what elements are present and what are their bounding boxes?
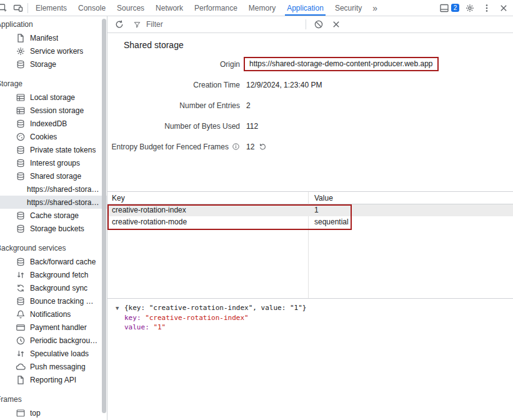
clear-x-icon (331, 19, 341, 29)
table-icon (16, 92, 26, 102)
column-header-value: Value (308, 192, 513, 204)
section-header-frames: Frames (0, 393, 107, 406)
meta-row-entropy-budget: Entropy Budget for Fenced Frames 12 (107, 136, 513, 157)
sidebar-item-shared-storage-origin-2[interactable]: https://shared-storage... (0, 196, 107, 209)
sidebar-item-label: Cache storage (30, 211, 79, 220)
sidebar-item-label: Reporting API (30, 376, 76, 384)
meta-label: Origin (107, 60, 240, 69)
sidebar-item-interest-groups[interactable]: Interest groups (0, 156, 107, 169)
value-cell: sequential (308, 216, 513, 228)
sidebar-item-bounce-tracking[interactable]: Bounce tracking miti... (0, 294, 107, 308)
meta-label: Number of Bytes Used (107, 122, 240, 131)
database-icon (16, 296, 26, 306)
sidebar-item-cache-storage[interactable]: Cache storage (0, 209, 107, 222)
sidebar-item-storage-buckets[interactable]: Storage buckets (0, 222, 107, 235)
table-row-creative-rotation-mode[interactable]: creative-rotation-mode sequential (107, 216, 513, 228)
service-worker-gear-icon (16, 46, 26, 56)
sidebar-item-label: top (30, 409, 41, 418)
tab-sources[interactable]: Sources (111, 0, 150, 16)
section-header-application: Application (0, 18, 107, 31)
meta-value: 2 (246, 101, 251, 110)
sidebar-item-speculative-loads[interactable]: Speculative loads (0, 347, 107, 360)
devtools-tabbar: Elements Console Sources Network Perform… (0, 0, 513, 16)
database-icon (16, 211, 26, 221)
tab-network[interactable]: Network (150, 0, 189, 16)
tab-security[interactable]: Security (329, 0, 367, 16)
table-header-row: Key Value (107, 192, 513, 204)
sidebar-item-label: Storage buckets (30, 224, 84, 233)
sidebar-item-background-fetch[interactable]: Background fetch (0, 268, 107, 281)
sidebar-item-back-forward-cache[interactable]: Back/forward cache (0, 255, 107, 268)
up-down-arrows-icon (16, 270, 26, 280)
close-icon (499, 3, 509, 13)
sidebar-item-label: Back/forward cache (30, 258, 96, 266)
delete-all-button[interactable] (312, 18, 326, 31)
shared-storage-table: Key Value creative-rotation-index 1 crea… (107, 191, 513, 298)
tab-memory[interactable]: Memory (243, 0, 281, 16)
sidebar-item-storage[interactable]: Storage (0, 58, 107, 71)
meta-row-bytes-used: Number of Bytes Used 112 (107, 116, 513, 136)
devtools-window: Elements Console Sources Network Perform… (0, 0, 513, 420)
sidebar-item-label: Speculative loads (30, 349, 89, 358)
info-icon[interactable] (232, 142, 240, 151)
tab-performance[interactable]: Performance (189, 0, 243, 16)
sidebar-item-session-storage[interactable]: Session storage (0, 104, 107, 117)
object-summary-text: {key: "creative-rotation-index", value: … (124, 304, 306, 312)
bell-icon (16, 309, 26, 319)
key-cell: creative-rotation-index (107, 204, 308, 216)
annotation-rect-origin: https://shared-storage-demo-content-prod… (244, 57, 439, 71)
sidebar-item-manifest[interactable]: Manifest (0, 31, 107, 44)
sidebar-item-label: Manifest (30, 34, 58, 42)
database-icon (16, 257, 26, 267)
sidebar-item-label: Payment handler (30, 323, 87, 332)
database-icon (16, 224, 26, 234)
issues-counter-button[interactable]: 2 (438, 3, 461, 13)
shared-storage-view: Shared storage Origin https://shared-sto… (107, 33, 513, 420)
sidebar-item-label: Background fetch (30, 271, 88, 279)
sidebar-item-periodic-background-sync[interactable]: Periodic backgroun... (0, 334, 107, 347)
tabbar-actions: 2 (438, 0, 513, 16)
sidebar-section-application: Application Manifest Service workers Sto… (0, 18, 107, 71)
inspect-element-button[interactable] (0, 0, 11, 16)
sidebar-item-background-sync[interactable]: Background sync (0, 281, 107, 294)
database-icon (16, 119, 26, 129)
preview-object-summary[interactable]: ▼{key: "creative-rotation-index", value:… (116, 303, 513, 313)
sidebar-item-shared-storage[interactable]: Shared storage (0, 169, 107, 182)
meta-value: 112 (246, 122, 258, 131)
tab-elements[interactable]: Elements (30, 0, 72, 16)
delete-selected-button[interactable] (329, 18, 343, 31)
filter-input[interactable] (145, 19, 300, 29)
meta-label: Entropy Budget for Fenced Frames (107, 142, 240, 151)
reset-budget-undo-icon[interactable] (259, 142, 267, 151)
sidebar-item-indexeddb[interactable]: IndexedDB (0, 117, 107, 130)
settings-button[interactable] (462, 3, 477, 13)
sidebar-item-shared-storage-origin-1[interactable]: https://shared-storage... (0, 182, 107, 196)
customize-menu-button[interactable] (479, 3, 494, 13)
table-row-creative-rotation-index[interactable]: creative-rotation-index 1 (107, 204, 513, 216)
sidebar-item-payment-handler[interactable]: Payment handler (0, 321, 107, 334)
sidebar-item-cookies[interactable]: Cookies (0, 130, 107, 143)
sidebar-item-local-storage[interactable]: Local storage (0, 91, 107, 104)
page-title: Shared storage (124, 40, 513, 50)
sidebar-item-notifications[interactable]: Notifications (0, 308, 107, 321)
preview-property: value"1" (116, 322, 513, 332)
refresh-button[interactable] (112, 18, 126, 31)
sidebar-item-top-frame[interactable]: top (0, 406, 107, 419)
sidebar-scrollbar-thumb[interactable] (102, 19, 106, 413)
sidebar-item-service-workers[interactable]: Service workers (0, 44, 107, 58)
gear-icon (465, 3, 475, 13)
more-tabs-button[interactable]: » (367, 0, 382, 16)
sidebar-item-label: Push messaging (30, 362, 86, 371)
sidebar-item-private-state-tokens[interactable]: Private state tokens (0, 143, 107, 156)
meta-label: Creation Time (107, 81, 240, 89)
expander-triangle-icon[interactable]: ▼ (116, 304, 124, 313)
close-devtools-button[interactable] (496, 3, 511, 13)
tab-application[interactable]: Application (281, 0, 329, 16)
sidebar-item-label: Local storage (30, 93, 75, 102)
tab-console[interactable]: Console (72, 0, 111, 16)
meta-row-creation-time: Creation Time 12/9/2024, 1:23:40 PM (107, 74, 513, 95)
sidebar-item-reporting-api[interactable]: Reporting API (0, 373, 107, 386)
device-toolbar-button[interactable] (11, 0, 26, 16)
sidebar-item-push-messaging[interactable]: Push messaging (0, 360, 107, 373)
section-header-storage: Storage (0, 78, 107, 91)
